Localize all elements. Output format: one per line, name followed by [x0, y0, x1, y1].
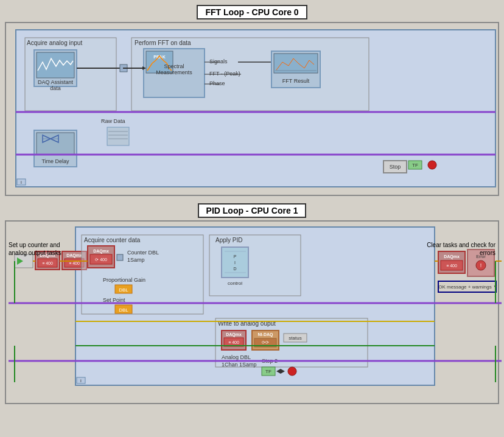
svg-text:Analog DBL: Analog DBL [222, 354, 251, 360]
pid-section: PID Loop - CPU Core 1 Set up counter and… [5, 203, 499, 404]
svg-point-45 [428, 161, 436, 169]
svg-text:Time Delay: Time Delay [41, 158, 69, 164]
svg-rect-67 [117, 254, 123, 260]
svg-text:⟳ 400: ⟳ 400 [95, 257, 107, 262]
svg-text:D: D [233, 267, 236, 271]
svg-text:P: P [234, 254, 237, 259]
svg-rect-26 [274, 54, 318, 73]
svg-text:Measurements: Measurements [156, 69, 192, 75]
svg-text:TF: TF [265, 369, 271, 374]
clear-label: Clear tasks and check for errors [416, 241, 495, 257]
svg-text:DBL: DBL [119, 287, 128, 293]
svg-text:data: data [50, 85, 61, 91]
svg-text:Signals: Signals [209, 58, 228, 65]
svg-text:status: status [289, 335, 301, 341]
svg-text:≡ 400: ≡ 400 [446, 264, 457, 268]
fft-title: FFT Loop - CPU Core 0 [197, 5, 307, 19]
svg-text:DAQ Assistant: DAQ Assistant [38, 79, 74, 85]
pid-title: PID Loop - CPU Core 1 [198, 203, 307, 218]
svg-text:⟳⟳: ⟳⟳ [262, 340, 269, 344]
svg-text:≡ 400: ≡ 400 [228, 340, 239, 344]
svg-text:Spectral: Spectral [164, 63, 184, 69]
svg-text:≡ 400: ≡ 400 [69, 261, 80, 265]
svg-text:FFT Result: FFT Result [282, 78, 310, 84]
svg-text:OK message + warnings: OK message + warnings [438, 284, 491, 290]
svg-text:i: i [21, 180, 22, 185]
svg-text:≡ 400: ≡ 400 [42, 261, 53, 265]
svg-text:Phase: Phase [209, 80, 225, 86]
main-container: FFT Loop - CPU Core 0 i Acquire analog i… [5, 5, 499, 404]
svg-text:i: i [80, 378, 82, 383]
setup-label: Set up counter and analog output tasks [9, 241, 75, 257]
svg-text:DAQmx: DAQmx [226, 332, 242, 337]
svg-text:Counter DBL: Counter DBL [127, 250, 159, 256]
svg-text:Perform FFT on data: Perform FFT on data [135, 40, 191, 46]
svg-text:1Chan 1Samp: 1Chan 1Samp [222, 362, 257, 368]
svg-text:DAQmx: DAQmx [93, 249, 109, 254]
svg-text:TF: TF [412, 163, 418, 168]
fft-diagram: i Acquire analog input DAQ Assistant dat… [10, 27, 503, 191]
svg-text:control: control [228, 281, 242, 286]
svg-text:Proportional Gain: Proportional Gain [103, 277, 145, 283]
svg-text:Stop: Stop [390, 164, 401, 170]
fft-section: FFT Loop - CPU Core 0 i Acquire analog i… [5, 5, 499, 196]
svg-text:!: ! [480, 262, 482, 268]
svg-text:DBL: DBL [119, 307, 128, 313]
svg-text:Apply PID: Apply PID [215, 237, 242, 243]
svg-text:1Samp: 1Samp [127, 257, 145, 263]
svg-rect-32 [107, 127, 129, 145]
svg-text:FFT - (Peak): FFT - (Peak) [209, 71, 240, 77]
svg-text:I: I [234, 260, 236, 265]
svg-text:Acquire analog input: Acquire analog input [27, 40, 82, 46]
svg-text:NI-DAQ: NI-DAQ [258, 332, 273, 337]
svg-text:Acquire counter data: Acquire counter data [84, 237, 141, 243]
svg-point-103 [288, 367, 296, 376]
svg-text:Raw Data: Raw Data [101, 118, 125, 124]
